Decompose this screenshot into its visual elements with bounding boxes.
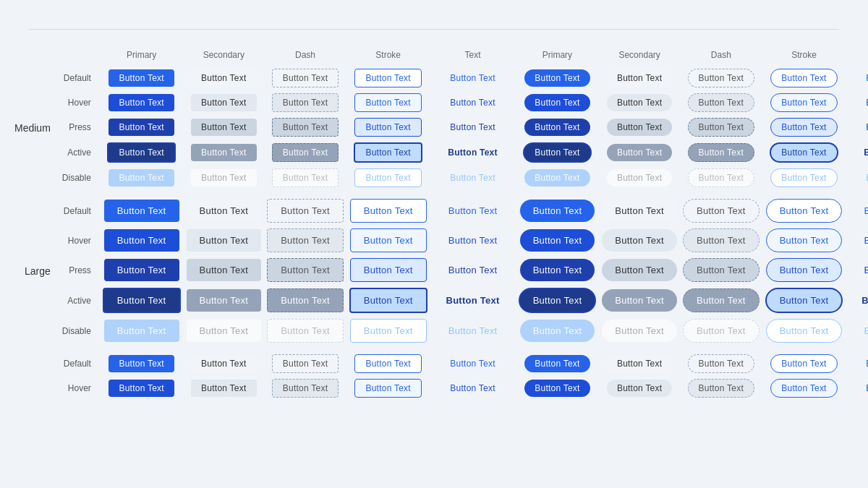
btn-rect-text-default[interactable]: Button Text [440, 355, 505, 372]
btn-rect-text-hover[interactable]: Button Text [435, 229, 511, 252]
btn-rect-dash-press[interactable]: Button Text [267, 258, 344, 282]
btn-rect-dash-default[interactable]: Button Text [272, 69, 339, 87]
btn-rect-stroke-press[interactable]: Button Text [350, 258, 427, 282]
btn-rounded-text-hover[interactable]: Button Text [851, 229, 868, 252]
btn-rect-primary-hover[interactable]: Button Text [109, 94, 174, 111]
btn-rounded-stroke-hover[interactable]: Button Text [770, 93, 837, 112]
btn-rounded-primary-default[interactable]: Button Text [524, 69, 590, 87]
btn-rounded-text-active[interactable]: Button Text [854, 144, 868, 161]
btn-rounded-secondary-default[interactable]: Button Text [607, 69, 672, 87]
btn-rect-primary-press[interactable]: Button Text [109, 119, 174, 136]
btn-rect-text-hover[interactable]: Button Text [440, 94, 505, 111]
btn-rounded-dash-default[interactable]: Button Text [688, 69, 754, 87]
btn-rounded-primary-press[interactable]: Button Text [524, 119, 590, 136]
btn-rounded-text-hover[interactable]: Button Text [856, 94, 868, 111]
btn-rounded-text-press[interactable]: Button Text [856, 119, 868, 136]
btn-rounded-secondary-hover[interactable]: Button Text [607, 380, 672, 397]
btn-rect-primary-hover[interactable]: Button Text [104, 229, 179, 252]
btn-rounded-secondary-default[interactable]: Button Text [602, 200, 677, 222]
btn-rect-dash-press[interactable]: Button Text [272, 118, 339, 137]
btn-rounded-secondary-disable[interactable]: Button Text [602, 320, 677, 342]
btn-rounded-secondary-active[interactable]: Button Text [602, 289, 677, 312]
btn-rounded-dash-default[interactable]: Button Text [683, 199, 760, 223]
btn-rect-dash-disable[interactable]: Button Text [267, 319, 344, 343]
btn-rounded-dash-press[interactable]: Button Text [688, 118, 754, 137]
btn-rounded-stroke-default[interactable]: Button Text [770, 354, 837, 373]
btn-rounded-primary-active[interactable]: Button Text [519, 288, 597, 313]
btn-rounded-text-default[interactable]: Button Text [856, 69, 868, 87]
btn-rounded-primary-hover[interactable]: Button Text [520, 229, 595, 252]
btn-rounded-dash-hover[interactable]: Button Text [688, 93, 754, 112]
btn-rounded-dash-hover[interactable]: Button Text [688, 379, 754, 398]
btn-rect-stroke-disable[interactable]: Button Text [350, 319, 427, 343]
btn-rect-stroke-default[interactable]: Button Text [350, 199, 427, 223]
btn-rect-text-active[interactable]: Button Text [438, 144, 507, 161]
btn-rect-stroke-disable[interactable]: Button Text [354, 168, 421, 187]
btn-rect-dash-default[interactable]: Button Text [267, 199, 344, 223]
btn-rounded-stroke-press[interactable]: Button Text [766, 258, 843, 282]
btn-rect-stroke-default[interactable]: Button Text [354, 354, 421, 373]
btn-rounded-text-default[interactable]: Button Text [856, 355, 868, 372]
btn-rounded-dash-active[interactable]: Button Text [683, 288, 760, 312]
btn-rounded-text-hover[interactable]: Button Text [856, 380, 868, 397]
btn-rect-secondary-hover[interactable]: Button Text [191, 94, 256, 111]
btn-rect-stroke-active[interactable]: Button Text [354, 142, 422, 163]
btn-rounded-dash-disable[interactable]: Button Text [688, 168, 754, 187]
btn-rect-secondary-hover[interactable]: Button Text [191, 380, 256, 397]
btn-rounded-text-disable[interactable]: Button Text [851, 320, 868, 342]
btn-rect-dash-default[interactable]: Button Text [272, 354, 339, 373]
btn-rounded-secondary-hover[interactable]: Button Text [602, 229, 677, 252]
btn-rounded-primary-active[interactable]: Button Text [523, 142, 591, 163]
btn-rounded-stroke-default[interactable]: Button Text [770, 69, 837, 87]
btn-rect-secondary-default[interactable]: Button Text [187, 200, 262, 222]
btn-rect-text-disable[interactable]: Button Text [440, 169, 505, 187]
btn-rounded-dash-hover[interactable]: Button Text [683, 228, 760, 252]
btn-rect-secondary-default[interactable]: Button Text [191, 355, 256, 372]
btn-rounded-stroke-disable[interactable]: Button Text [770, 168, 837, 187]
btn-rect-text-press[interactable]: Button Text [440, 119, 505, 136]
btn-rect-text-active[interactable]: Button Text [433, 289, 513, 312]
btn-rect-secondary-disable[interactable]: Button Text [187, 320, 262, 342]
btn-rect-text-default[interactable]: Button Text [435, 200, 511, 222]
btn-rect-secondary-press[interactable]: Button Text [187, 259, 262, 281]
btn-rect-primary-active[interactable]: Button Text [107, 142, 175, 163]
btn-rect-primary-default[interactable]: Button Text [109, 355, 174, 372]
btn-rounded-secondary-default[interactable]: Button Text [607, 355, 672, 372]
btn-rounded-secondary-active[interactable]: Button Text [607, 144, 672, 161]
btn-rect-stroke-hover[interactable]: Button Text [354, 379, 421, 398]
btn-rect-dash-hover[interactable]: Button Text [272, 93, 339, 112]
btn-rect-stroke-hover[interactable]: Button Text [354, 93, 421, 112]
btn-rounded-stroke-hover[interactable]: Button Text [770, 379, 837, 398]
btn-rect-secondary-disable[interactable]: Button Text [191, 169, 256, 187]
btn-rect-dash-hover[interactable]: Button Text [272, 379, 339, 398]
btn-rounded-text-disable[interactable]: Button Text [856, 169, 868, 187]
btn-rounded-primary-press[interactable]: Button Text [520, 259, 595, 281]
btn-rect-text-press[interactable]: Button Text [435, 259, 511, 281]
btn-rect-primary-press[interactable]: Button Text [104, 259, 179, 281]
btn-rounded-primary-default[interactable]: Button Text [520, 200, 595, 222]
btn-rect-secondary-active[interactable]: Button Text [191, 144, 256, 161]
btn-rounded-secondary-press[interactable]: Button Text [607, 119, 672, 136]
btn-rounded-stroke-active[interactable]: Button Text [765, 288, 843, 313]
btn-rect-stroke-default[interactable]: Button Text [354, 69, 421, 87]
btn-rect-text-default[interactable]: Button Text [440, 69, 505, 87]
btn-rounded-dash-press[interactable]: Button Text [683, 258, 760, 282]
btn-rounded-text-active[interactable]: Button Text [848, 289, 868, 312]
btn-rect-secondary-press[interactable]: Button Text [191, 119, 256, 136]
btn-rounded-primary-hover[interactable]: Button Text [524, 94, 590, 111]
btn-rounded-dash-default[interactable]: Button Text [688, 354, 754, 373]
btn-rounded-secondary-hover[interactable]: Button Text [607, 94, 672, 111]
btn-rounded-primary-disable[interactable]: Button Text [524, 169, 590, 187]
btn-rounded-stroke-default[interactable]: Button Text [766, 199, 843, 223]
btn-rounded-primary-default[interactable]: Button Text [524, 355, 590, 372]
btn-rect-primary-default[interactable]: Button Text [109, 69, 174, 87]
btn-rounded-stroke-disable[interactable]: Button Text [766, 319, 843, 343]
btn-rounded-stroke-active[interactable]: Button Text [770, 142, 838, 163]
btn-rounded-stroke-press[interactable]: Button Text [770, 118, 837, 137]
btn-rounded-secondary-press[interactable]: Button Text [602, 259, 677, 281]
btn-rect-stroke-active[interactable]: Button Text [349, 288, 427, 313]
btn-rect-secondary-active[interactable]: Button Text [187, 289, 262, 312]
btn-rounded-text-default[interactable]: Button Text [851, 200, 868, 222]
btn-rect-dash-active[interactable]: Button Text [267, 288, 344, 312]
btn-rect-primary-active[interactable]: Button Text [103, 288, 181, 313]
